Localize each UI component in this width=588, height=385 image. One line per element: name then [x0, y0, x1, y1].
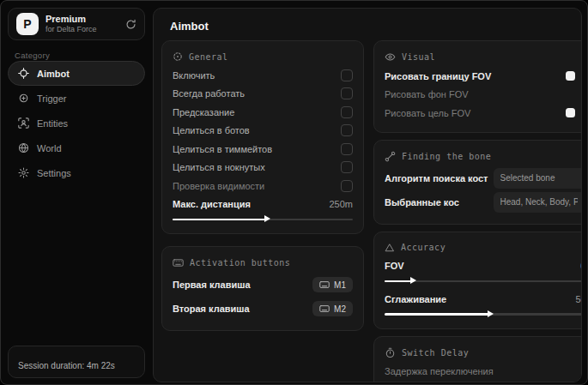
card-title: Switch Delay: [402, 348, 469, 358]
color-swatch[interactable]: [566, 71, 575, 81]
checkbox[interactable]: [341, 161, 353, 173]
key-label: M1: [334, 280, 346, 290]
card-title: Activation buttons: [190, 258, 290, 268]
setting-row-always-work: Всегда работать: [173, 85, 353, 104]
setting-row-prediction: Предсказание: [173, 103, 353, 122]
sidebar-item-label: Entities: [37, 118, 68, 129]
card-title: Accuracy: [401, 243, 446, 252]
triangle-icon: [385, 243, 395, 253]
setting-row-enable: Включить: [173, 66, 353, 85]
session-duration-label: Session duration: 4m 22s: [18, 361, 115, 370]
fov-slider[interactable]: [385, 276, 582, 286]
bone-algorithm-row: Алгоритм поиска кост Selected bone: [385, 166, 582, 190]
first-key-button[interactable]: M1: [312, 277, 353, 292]
checkbox[interactable]: [341, 143, 353, 155]
sidebar-item-label: Settings: [37, 168, 71, 178]
page-title: Aimbot: [170, 20, 581, 33]
sidebar-item-world[interactable]: World: [8, 135, 145, 160]
checkbox[interactable]: [341, 124, 353, 136]
product-name: Premium: [45, 14, 97, 25]
finding-the-bone-card: Finding the bone Алгоритм поиска кост Se…: [373, 140, 582, 225]
bone-algorithm-select[interactable]: Selected bone: [494, 168, 582, 189]
keyboard-icon: [319, 280, 330, 290]
session-duration-box: Session duration: 4m 22s: [8, 346, 145, 378]
category-label: Category: [15, 51, 50, 60]
card-title: Visual: [402, 52, 435, 62]
card-title: General: [189, 52, 228, 62]
trigger-crosshair-icon: [18, 93, 29, 104]
selected-bones-row: Выбранные кос Head, Neck, Body, Pe..: [385, 190, 582, 214]
smoothing-row: Сглаживание 50%: [385, 290, 582, 309]
globe-icon: [18, 142, 29, 153]
selected-bones-select[interactable]: Head, Neck, Body, Pe..: [494, 192, 582, 213]
sidebar-item-trigger[interactable]: Trigger: [8, 86, 145, 111]
draw-fov-target-row: Рисовать цель FOV: [385, 104, 582, 123]
switch-delay-ms-row: Задержка переключения (мс) 1000 ms: [385, 381, 582, 382]
sidebar-item-entities[interactable]: Entities: [8, 111, 145, 135]
refresh-icon[interactable]: [125, 19, 136, 30]
chevron-up-down-icon: [581, 173, 582, 183]
smoothing-slider[interactable]: [385, 310, 582, 319]
app-logo: P: [16, 13, 39, 35]
checkbox[interactable]: [341, 87, 353, 99]
main-panel: Aimbot General Включить: [153, 8, 582, 382]
sidebar-item-aimbot[interactable]: Aimbot: [8, 61, 145, 86]
fov-value: 60°: [580, 261, 582, 271]
color-swatch[interactable]: [566, 108, 575, 117]
second-key-row: Вторая клавиша M2: [173, 297, 353, 321]
accuracy-card: Accuracy FOV 60° Сглаживание 50%: [373, 232, 582, 329]
sidebar: P Premium for Delta Force Category Aimbo…: [1, 1, 152, 384]
max-distance-slider[interactable]: [173, 214, 353, 224]
key-label: M2: [334, 304, 346, 314]
select-value: Selected bone: [500, 173, 578, 183]
slider-thumb[interactable]: [264, 215, 270, 222]
person-scan-icon: [18, 117, 29, 129]
second-key-button[interactable]: M2: [312, 301, 353, 316]
setting-row-target-bots: Целиться в ботов: [173, 122, 353, 141]
checkbox[interactable]: [341, 180, 353, 192]
activation-buttons-card: Activation buttons Первая клавиша M1 Вто…: [161, 246, 364, 331]
card-title: Finding the bone: [402, 152, 491, 161]
smoothing-value: 50%: [575, 294, 582, 304]
setting-row-target-knocked: Целиться в нокнутых: [173, 159, 353, 177]
target-dashed-icon: [173, 51, 183, 62]
max-distance-row: Макс. дистанция 250m: [173, 196, 353, 214]
draw-fov-background-row: Рисовать фон FOV: [385, 86, 582, 105]
keyboard-icon: [319, 304, 330, 314]
setting-row-target-teammates: Целиться в тиммейтов: [173, 140, 353, 159]
crosshair-icon: [18, 68, 29, 79]
max-distance-value: 250m: [329, 199, 353, 209]
bone-icon: [385, 151, 396, 162]
checkbox[interactable]: [341, 106, 353, 118]
general-card: General Включить Всегда работать Предска…: [161, 40, 364, 234]
slider-thumb[interactable]: [410, 277, 416, 284]
gear-icon: [18, 167, 29, 178]
select-value: Head, Neck, Body, Pe..: [500, 197, 578, 207]
product-subtitle: for Delta Force: [45, 25, 97, 34]
checkbox[interactable]: [341, 69, 353, 81]
stopwatch-icon: [385, 347, 396, 358]
sidebar-item-label: Aimbot: [37, 69, 70, 79]
chevron-up-down-icon: [581, 197, 582, 207]
setting-row-visibility-check: Проверка видимости: [173, 177, 353, 196]
keyboard-icon: [173, 257, 184, 268]
visual-card: Visual Рисовать границу FOV Рисовать фон…: [373, 40, 582, 133]
fov-row: FOV 60°: [385, 257, 582, 276]
sidebar-item-settings[interactable]: Settings: [8, 160, 145, 185]
draw-fov-border-row: Рисовать границу FOV: [385, 67, 582, 86]
license-card: P Premium for Delta Force: [8, 8, 145, 40]
eye-icon: [385, 51, 396, 63]
first-key-row: Первая клавиша M1: [173, 273, 353, 297]
switch-delay-card: Switch Delay Задержка переключения Задер…: [373, 336, 582, 383]
sidebar-item-label: World: [37, 143, 62, 153]
slider-thumb[interactable]: [488, 310, 494, 317]
sidebar-item-label: Trigger: [37, 93, 66, 104]
sidebar-nav: Aimbot Trigger Entities World: [8, 61, 145, 185]
switch-delay-enable-row: Задержка переключения: [385, 363, 582, 382]
app-window: P Premium for Delta Force Category Aimbo…: [0, 0, 588, 385]
